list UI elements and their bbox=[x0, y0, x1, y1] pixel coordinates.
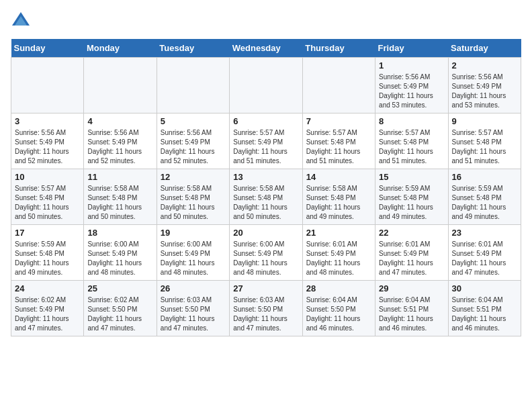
day-info: Sunrise: 6:04 AM Sunset: 5:51 PM Dayligh… bbox=[379, 295, 444, 333]
day-info: Sunrise: 5:58 AM Sunset: 5:48 PM Dayligh… bbox=[306, 184, 371, 222]
day-info: Sunrise: 5:57 AM Sunset: 5:48 PM Dayligh… bbox=[452, 128, 517, 166]
weekday-header-saturday: Saturday bbox=[448, 39, 521, 58]
calendar-week-5: 24Sunrise: 6:02 AM Sunset: 5:49 PM Dayli… bbox=[11, 281, 521, 336]
day-number: 25 bbox=[87, 283, 152, 293]
day-info: Sunrise: 6:02 AM Sunset: 5:49 PM Dayligh… bbox=[15, 295, 80, 333]
calendar-cell: 1Sunrise: 5:56 AM Sunset: 5:49 PM Daylig… bbox=[375, 58, 448, 113]
day-info: Sunrise: 6:00 AM Sunset: 5:49 PM Dayligh… bbox=[87, 240, 152, 277]
day-number: 19 bbox=[161, 228, 226, 238]
day-info: Sunrise: 5:59 AM Sunset: 5:48 PM Dayligh… bbox=[15, 240, 80, 277]
day-info: Sunrise: 6:00 AM Sunset: 5:49 PM Dayligh… bbox=[161, 240, 226, 277]
day-number: 11 bbox=[87, 172, 152, 182]
calendar-cell: 27Sunrise: 6:03 AM Sunset: 5:50 PM Dayli… bbox=[230, 281, 302, 336]
day-info: Sunrise: 5:58 AM Sunset: 5:48 PM Dayligh… bbox=[87, 184, 152, 222]
day-info: Sunrise: 5:57 AM Sunset: 5:48 PM Dayligh… bbox=[306, 128, 371, 166]
calendar-cell: 28Sunrise: 6:04 AM Sunset: 5:50 PM Dayli… bbox=[302, 281, 375, 336]
day-number: 13 bbox=[233, 172, 298, 182]
day-info: Sunrise: 5:56 AM Sunset: 5:49 PM Dayligh… bbox=[452, 73, 517, 110]
day-info: Sunrise: 5:57 AM Sunset: 5:48 PM Dayligh… bbox=[15, 184, 80, 222]
day-number: 12 bbox=[161, 172, 226, 182]
calendar-cell: 22Sunrise: 6:01 AM Sunset: 5:49 PM Dayli… bbox=[375, 225, 448, 281]
calendar-cell: 7Sunrise: 5:57 AM Sunset: 5:48 PM Daylig… bbox=[302, 113, 375, 169]
calendar-cell bbox=[230, 58, 302, 113]
day-info: Sunrise: 6:03 AM Sunset: 5:50 PM Dayligh… bbox=[161, 295, 226, 333]
calendar-cell: 12Sunrise: 5:58 AM Sunset: 5:48 PM Dayli… bbox=[157, 169, 229, 225]
calendar-cell bbox=[84, 58, 157, 113]
day-number: 17 bbox=[15, 228, 80, 238]
day-number: 22 bbox=[379, 228, 444, 238]
day-info: Sunrise: 6:01 AM Sunset: 5:49 PM Dayligh… bbox=[306, 240, 371, 277]
day-number: 27 bbox=[233, 283, 298, 293]
day-number: 4 bbox=[87, 116, 152, 126]
day-info: Sunrise: 6:02 AM Sunset: 5:50 PM Dayligh… bbox=[87, 295, 152, 333]
day-number: 28 bbox=[306, 283, 371, 293]
day-number: 20 bbox=[233, 228, 298, 238]
day-info: Sunrise: 5:57 AM Sunset: 5:49 PM Dayligh… bbox=[233, 128, 298, 166]
calendar-cell bbox=[11, 58, 84, 113]
weekday-header-monday: Monday bbox=[84, 39, 157, 58]
calendar-cell: 6Sunrise: 5:57 AM Sunset: 5:49 PM Daylig… bbox=[230, 113, 302, 169]
calendar-cell: 16Sunrise: 5:59 AM Sunset: 5:48 PM Dayli… bbox=[448, 169, 521, 225]
logo bbox=[11, 11, 34, 31]
calendar-cell: 23Sunrise: 6:01 AM Sunset: 5:49 PM Dayli… bbox=[448, 225, 521, 281]
day-number: 1 bbox=[379, 60, 444, 71]
calendar-week-2: 3Sunrise: 5:56 AM Sunset: 5:49 PM Daylig… bbox=[11, 113, 521, 169]
day-number: 8 bbox=[379, 116, 444, 126]
weekday-header-thursday: Thursday bbox=[302, 39, 375, 58]
calendar-cell: 9Sunrise: 5:57 AM Sunset: 5:48 PM Daylig… bbox=[448, 113, 521, 169]
logo-icon bbox=[11, 11, 31, 31]
calendar-cell: 2Sunrise: 5:56 AM Sunset: 5:49 PM Daylig… bbox=[448, 58, 521, 113]
day-number: 18 bbox=[87, 228, 152, 238]
day-info: Sunrise: 6:04 AM Sunset: 5:51 PM Dayligh… bbox=[452, 295, 517, 333]
day-number: 5 bbox=[161, 116, 226, 126]
day-info: Sunrise: 6:00 AM Sunset: 5:49 PM Dayligh… bbox=[233, 240, 298, 277]
calendar-week-3: 10Sunrise: 5:57 AM Sunset: 5:48 PM Dayli… bbox=[11, 169, 521, 225]
weekday-header-friday: Friday bbox=[375, 39, 448, 58]
calendar-cell: 4Sunrise: 5:56 AM Sunset: 5:49 PM Daylig… bbox=[84, 113, 157, 169]
day-info: Sunrise: 5:56 AM Sunset: 5:49 PM Dayligh… bbox=[15, 128, 80, 166]
calendar-cell: 30Sunrise: 6:04 AM Sunset: 5:51 PM Dayli… bbox=[448, 281, 521, 336]
weekday-header-row: SundayMondayTuesdayWednesdayThursdayFrid… bbox=[11, 39, 521, 58]
calendar-cell: 29Sunrise: 6:04 AM Sunset: 5:51 PM Dayli… bbox=[375, 281, 448, 336]
weekday-header-sunday: Sunday bbox=[11, 39, 84, 58]
day-number: 24 bbox=[15, 283, 80, 293]
day-number: 29 bbox=[379, 283, 444, 293]
day-info: Sunrise: 5:56 AM Sunset: 5:49 PM Dayligh… bbox=[87, 128, 152, 166]
calendar-week-4: 17Sunrise: 5:59 AM Sunset: 5:48 PM Dayli… bbox=[11, 225, 521, 281]
calendar-cell: 25Sunrise: 6:02 AM Sunset: 5:50 PM Dayli… bbox=[84, 281, 157, 336]
calendar-cell bbox=[157, 58, 229, 113]
calendar-cell: 26Sunrise: 6:03 AM Sunset: 5:50 PM Dayli… bbox=[157, 281, 229, 336]
day-number: 30 bbox=[452, 283, 517, 293]
day-number: 2 bbox=[452, 60, 517, 71]
calendar-cell: 24Sunrise: 6:02 AM Sunset: 5:49 PM Dayli… bbox=[11, 281, 84, 336]
calendar-header: SundayMondayTuesdayWednesdayThursdayFrid… bbox=[11, 39, 521, 58]
day-number: 15 bbox=[379, 172, 444, 182]
calendar-cell: 14Sunrise: 5:58 AM Sunset: 5:48 PM Dayli… bbox=[302, 169, 375, 225]
day-info: Sunrise: 5:59 AM Sunset: 5:48 PM Dayligh… bbox=[452, 184, 517, 222]
day-info: Sunrise: 6:03 AM Sunset: 5:50 PM Dayligh… bbox=[233, 295, 298, 333]
calendar-cell: 21Sunrise: 6:01 AM Sunset: 5:49 PM Dayli… bbox=[302, 225, 375, 281]
calendar-body: 1Sunrise: 5:56 AM Sunset: 5:49 PM Daylig… bbox=[11, 58, 521, 336]
day-number: 7 bbox=[306, 116, 371, 126]
day-number: 16 bbox=[452, 172, 517, 182]
day-number: 26 bbox=[161, 283, 226, 293]
day-number: 14 bbox=[306, 172, 371, 182]
day-number: 6 bbox=[233, 116, 298, 126]
weekday-header-wednesday: Wednesday bbox=[230, 39, 302, 58]
day-number: 10 bbox=[15, 172, 80, 182]
calendar-cell bbox=[302, 58, 375, 113]
day-number: 3 bbox=[15, 116, 80, 126]
calendar-cell: 18Sunrise: 6:00 AM Sunset: 5:49 PM Dayli… bbox=[84, 225, 157, 281]
calendar-cell: 15Sunrise: 5:59 AM Sunset: 5:48 PM Dayli… bbox=[375, 169, 448, 225]
calendar-cell: 10Sunrise: 5:57 AM Sunset: 5:48 PM Dayli… bbox=[11, 169, 84, 225]
day-info: Sunrise: 5:56 AM Sunset: 5:49 PM Dayligh… bbox=[379, 73, 444, 110]
calendar-table: SundayMondayTuesdayWednesdayThursdayFrid… bbox=[11, 39, 521, 336]
day-info: Sunrise: 5:59 AM Sunset: 5:48 PM Dayligh… bbox=[379, 184, 444, 222]
weekday-header-tuesday: Tuesday bbox=[157, 39, 229, 58]
day-number: 9 bbox=[452, 116, 517, 126]
page-header bbox=[11, 11, 521, 31]
calendar-week-1: 1Sunrise: 5:56 AM Sunset: 5:49 PM Daylig… bbox=[11, 58, 521, 113]
calendar-cell: 11Sunrise: 5:58 AM Sunset: 5:48 PM Dayli… bbox=[84, 169, 157, 225]
day-info: Sunrise: 5:57 AM Sunset: 5:48 PM Dayligh… bbox=[379, 128, 444, 166]
day-info: Sunrise: 6:04 AM Sunset: 5:50 PM Dayligh… bbox=[306, 295, 371, 333]
